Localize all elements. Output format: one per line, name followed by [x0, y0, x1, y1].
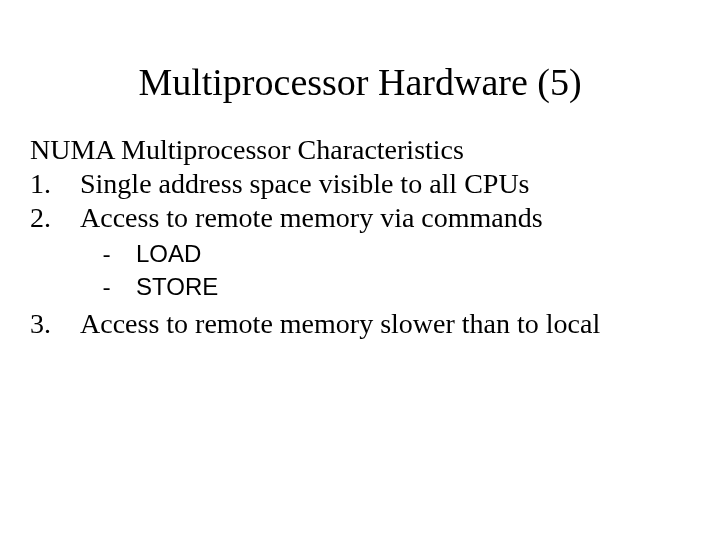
item-text: Access to remote memory slower than to l… [80, 308, 690, 340]
item-number: 3. [30, 308, 80, 340]
list-item: 3. Access to remote memory slower than t… [30, 308, 690, 340]
list-item: 2. Access to remote memory via commands [30, 202, 690, 234]
commands-sublist: - LOAD - STORE [100, 240, 690, 302]
slide-subtitle: NUMA Multiprocessor Characteristics [30, 134, 690, 166]
item-number: 1. [30, 168, 80, 200]
list-item: 1. Single address space visible to all C… [30, 168, 690, 200]
subitem-text: LOAD [136, 240, 690, 268]
characteristics-list-continued: 3. Access to remote memory slower than t… [30, 308, 690, 340]
item-number: 2. [30, 202, 80, 234]
item-text: Access to remote memory via commands [80, 202, 690, 234]
subitem-text: STORE [136, 273, 690, 301]
slide-title: Multiprocessor Hardware (5) [30, 60, 690, 104]
item-text: Single address space visible to all CPUs [80, 168, 690, 200]
dash-bullet: - [100, 277, 136, 302]
list-item: - STORE [100, 273, 690, 302]
list-item: - LOAD [100, 240, 690, 269]
characteristics-list: 1. Single address space visible to all C… [30, 168, 690, 234]
dash-bullet: - [100, 244, 136, 269]
